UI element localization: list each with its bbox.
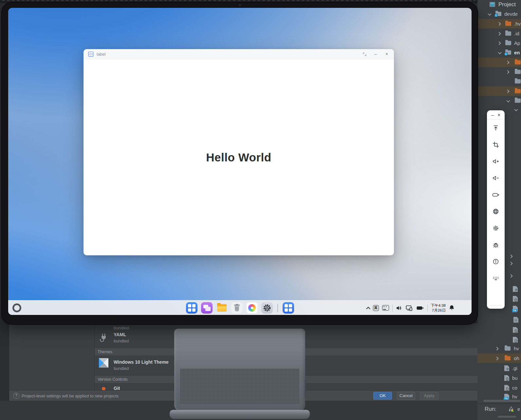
tree-row-file[interactable] xyxy=(477,315,521,324)
tree-row[interactable] xyxy=(477,96,521,105)
plugin-name[interactable]: YAML xyxy=(114,332,126,337)
tree-row-appscope[interactable]: Ap xyxy=(477,38,521,48)
chevron-right-icon[interactable] xyxy=(506,70,509,74)
keyboard-icon[interactable] xyxy=(382,305,389,311)
info-icon[interactable] xyxy=(489,253,502,270)
folder-icon xyxy=(515,99,521,103)
tree-row[interactable] xyxy=(477,67,521,77)
run-configuration-icon xyxy=(508,406,514,412)
folder-icon xyxy=(505,346,511,351)
chevron-right-icon[interactable] xyxy=(495,356,498,360)
theme-plugin-icon xyxy=(99,358,108,368)
app-window-titlebar[interactable]: label – × xyxy=(84,49,394,59)
run-panel: Run: e xyxy=(477,403,521,414)
dock-separator xyxy=(277,304,278,312)
tray-separator xyxy=(427,304,428,312)
tree-row-file[interactable]: {} xyxy=(477,335,521,344)
volume-icon[interactable] xyxy=(396,305,402,311)
chevron-down-icon[interactable] xyxy=(514,107,518,111)
toolbar-close-icon[interactable]: × xyxy=(497,112,500,117)
project-panel-header[interactable]: Project xyxy=(477,0,521,9)
chevron-right-icon[interactable] xyxy=(497,32,501,35)
upload-to-top-icon[interactable] xyxy=(489,119,502,136)
chevron-down-icon[interactable] xyxy=(498,50,501,54)
tree-row-devdemo[interactable]: devde xyxy=(477,9,521,19)
chevron-right-icon[interactable] xyxy=(497,41,501,45)
tree-row[interactable] xyxy=(477,58,521,67)
clock-time: 下午4:38 xyxy=(431,303,446,308)
settings-gear-icon[interactable] xyxy=(489,220,502,236)
desktop-root: Project devde .hv .id Ap en xyxy=(0,0,521,420)
chevron-right-icon[interactable] xyxy=(509,262,512,265)
files-icon[interactable] xyxy=(216,302,228,314)
app-launcher-icon[interactable] xyxy=(186,302,197,314)
chevron-down-icon[interactable] xyxy=(488,12,491,15)
plugin-status-truncated: bundled xyxy=(114,325,129,330)
toolbar-drag-handle[interactable] xyxy=(490,305,502,306)
battery-icon[interactable] xyxy=(416,305,424,311)
chevron-right-icon[interactable] xyxy=(506,61,509,64)
trash-icon[interactable] xyxy=(231,302,243,314)
chevron-right-icon[interactable] xyxy=(509,254,512,258)
plugin-icon xyxy=(98,332,109,342)
scrollbar-thumb[interactable] xyxy=(498,416,516,418)
network-globe-icon[interactable] xyxy=(489,203,502,220)
notification-bell-icon[interactable] xyxy=(449,305,455,311)
gallery-icon[interactable] xyxy=(246,302,258,314)
settings-icon[interactable] xyxy=(261,302,273,314)
tray-expand-icon[interactable] xyxy=(366,307,370,311)
tree-row-gitignore[interactable]: ⊘ .gi xyxy=(477,363,521,373)
chevron-down-icon[interactable] xyxy=(506,99,510,102)
tree-row[interactable] xyxy=(477,77,521,86)
close-icon[interactable]: × xyxy=(383,51,390,57)
chevron-right-icon[interactable] xyxy=(495,347,498,350)
file-text-icon xyxy=(513,317,518,323)
apply-button[interactable]: Apply xyxy=(420,392,438,400)
module-folder-icon xyxy=(505,50,511,55)
volume-down-icon[interactable] xyxy=(489,170,502,186)
battery-icon[interactable] xyxy=(489,186,502,203)
ok-button[interactable]: OK xyxy=(373,392,392,400)
cancel-button[interactable]: Cancel xyxy=(397,392,415,400)
tree-row-buildprofile[interactable]: {} bu xyxy=(477,373,521,383)
clock-date: 7月26日 xyxy=(431,308,446,313)
app-window-title: label xyxy=(97,52,105,57)
excluded-folder-icon xyxy=(515,89,521,93)
chevron-right-icon[interactable] xyxy=(509,274,512,278)
tree-row-hvigor[interactable]: .hv xyxy=(477,19,521,28)
app-window[interactable]: label – × Hello World xyxy=(84,49,394,255)
fullscreen-icon[interactable] xyxy=(361,51,368,57)
debug-bug-icon[interactable] xyxy=(489,236,502,253)
help-icon[interactable]: ? xyxy=(13,393,19,399)
tray-separator xyxy=(392,304,393,312)
tree-row[interactable] xyxy=(477,86,521,96)
theme-name[interactable]: Windows 10 Light Theme xyxy=(114,359,169,365)
tree-row-idea[interactable]: .id xyxy=(477,29,521,38)
minimize-icon[interactable]: – xyxy=(372,51,379,57)
folder-icon xyxy=(505,41,511,45)
tree-row-codelinter[interactable]: {} co xyxy=(477,383,521,393)
git-plugin-name[interactable]: Git xyxy=(114,386,120,390)
virtual-keypad-icon[interactable] xyxy=(489,270,502,286)
chevron-right-icon[interactable] xyxy=(506,89,509,93)
chevron-right-icon[interactable] xyxy=(497,22,501,26)
screenshot-crop-icon[interactable] xyxy=(489,136,502,153)
tree-row-ohmodules[interactable]: oh xyxy=(477,354,521,363)
volume-up-icon[interactable] xyxy=(489,153,502,170)
clock[interactable]: 下午4:38 7月26日 xyxy=(431,303,446,313)
monitor-stand-base xyxy=(170,410,310,419)
tree-row-file[interactable]: {} xyxy=(477,325,521,335)
ime-language-icon[interactable]: 英 xyxy=(373,305,379,311)
tree-row-hvigor-folder[interactable]: hv xyxy=(477,344,521,353)
tree-row-entry[interactable]: en xyxy=(477,48,521,57)
dialog-hint-text: Project-level settings will be applied t… xyxy=(22,393,119,398)
project-tool-window-icon xyxy=(490,2,495,7)
running-app-icon[interactable] xyxy=(283,302,294,314)
toolbar-minimize-icon[interactable]: – xyxy=(491,112,494,117)
display-cast-icon[interactable] xyxy=(406,305,413,311)
horizontal-scrollbar[interactable] xyxy=(483,400,520,402)
start-launcher-button[interactable] xyxy=(12,303,21,312)
plugin-status: bundled xyxy=(114,338,129,343)
multitask-icon[interactable] xyxy=(201,302,213,314)
folder-icon xyxy=(515,70,521,74)
